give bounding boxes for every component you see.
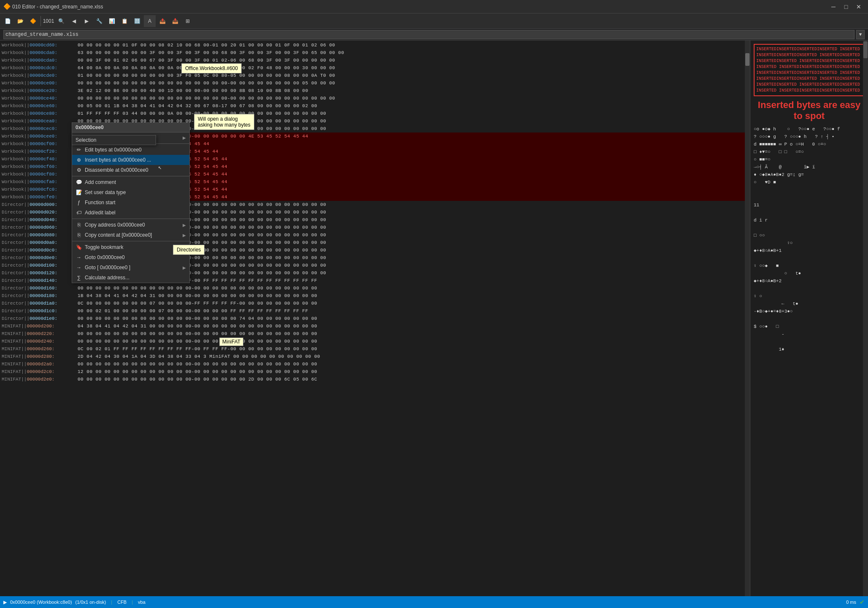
ascii-line: [754, 254, 865, 262]
btn-tool7[interactable]: 📥: [169, 15, 181, 27]
context-menu-item-add-comment[interactable]: 💬Add comment: [72, 177, 189, 187]
context-menu-item-set-user-data[interactable]: 📝Set user data type: [72, 187, 189, 197]
btn-tool1[interactable]: 🔧: [93, 15, 105, 27]
filename-input[interactable]: [3, 30, 855, 39]
ascii-line: ○o ●o◆ h ○ ?○○● e ?○○● f: [754, 125, 865, 133]
context-item-label: Edit bytes at 0x0000cee0: [85, 147, 186, 153]
sidebar-scroll-thumb[interactable]: [863, 41, 868, 58]
hex-address: Director||00000d000:: [2, 201, 78, 208]
context-menu-item-calculate[interactable]: ∑Calculate address...: [72, 273, 189, 283]
sidebar-scrollbar[interactable]: [863, 41, 868, 596]
hex-bytes: 04 38 04 41 04 42 04 31 00 00 00 00 00-0…: [78, 322, 748, 330]
table-row[interactable]: Workbook||00000ce60:00 05 00 01 1B 04 38…: [0, 102, 750, 110]
hex-scrollbar-thumb[interactable]: [745, 53, 749, 66]
table-row[interactable]: MINIFAT||00000d220:00 00 00 00 00 00 00 …: [0, 330, 750, 338]
hex-bytes: 01 00 00 00 00 00 00 00 00 00 00 3F F0 0…: [78, 72, 748, 79]
status-icon: ▶: [3, 600, 7, 605]
table-row[interactable]: Workbook||00000cdc0:64 00 0A 00 0A 00 0A…: [0, 64, 750, 72]
hex-bytes: 0C 00 02 01 FF FF FF FF FF FF FF FF FF-0…: [78, 345, 748, 353]
hex-address: MINIFAT||00000d260:: [2, 345, 78, 353]
file-icon-button[interactable]: 🔶: [27, 15, 39, 27]
hex-address: Director||00000d180:: [2, 292, 78, 300]
context-menu-item-copy-content[interactable]: ⎘Copy content at [0x0000cee0]▶: [72, 230, 189, 240]
hex-address: MINIFAT||00000d240:: [2, 338, 78, 345]
btn-tool2[interactable]: 📊: [106, 15, 118, 27]
btn-expand[interactable]: ⊞: [182, 15, 194, 27]
hex-address: Workbook||00000cfe0:: [2, 193, 78, 201]
minimize-button[interactable]: ─: [828, 1, 839, 13]
btn-tool3[interactable]: 📋: [119, 15, 130, 27]
table-row[interactable]: MINIFAT||00000d200:04 38 04 41 04 42 04 …: [0, 322, 750, 330]
open-file-button[interactable]: 📂: [14, 15, 26, 27]
table-row[interactable]: Workbook||00000ce40:00 00 00 00 00 00 00…: [0, 95, 750, 102]
title-bar: 🔶 010 Editor - changed_stream_name.xlss …: [0, 0, 868, 14]
maximize-button[interactable]: □: [840, 1, 852, 13]
selection-submenu-item[interactable]: Selection: [72, 135, 156, 145]
table-row[interactable]: Workbook||00000cda0:63 00 00 00 00 00 00…: [0, 49, 750, 57]
context-menu-item-goto-bracket[interactable]: →Goto [ 0x0000cee0 ]▶: [72, 262, 189, 273]
calc-icon: ∑: [75, 274, 82, 281]
table-row[interactable]: Workbook||00000cde0:01 00 00 00 00 00 00…: [0, 72, 750, 79]
table-row[interactable]: Director||00000d160:00 00 00 00 00 00 00…: [0, 284, 750, 292]
context-menu-item-goto-addr[interactable]: →Goto 0x0000cee0: [72, 252, 189, 262]
table-row[interactable]: MINIFAT||00000d240:00 00 00 00 00 00 00 …: [0, 338, 750, 345]
btn-tool4[interactable]: 🔠: [131, 15, 143, 27]
ascii-line: ○ ■■=○: [754, 156, 865, 163]
hex-address: Director||00000d140:: [2, 277, 78, 284]
filename-dropdown-button[interactable]: ▼: [856, 30, 865, 39]
context-menu-separator: [72, 241, 189, 241]
btn-1001[interactable]: 1001: [43, 15, 54, 27]
btn-tool5[interactable]: A: [144, 15, 156, 27]
btn-next[interactable]: ▶: [81, 15, 92, 27]
table-row[interactable]: MINIFAT||00000d2c0:12 00 00 00 00 00 00 …: [0, 368, 750, 376]
context-item-label: Copy content at [0x0000cee0]: [85, 232, 180, 238]
table-row[interactable]: MINIFAT||00000d2e0:00 00 00 00 00 00 00 …: [0, 376, 750, 383]
hex-bytes: 00 00 02 01 00 00 00 00 00 07 00 00 00-0…: [78, 307, 748, 315]
btn-prev[interactable]: ◀: [68, 15, 80, 27]
table-row[interactable]: Workbook||00000ce20:3E 02 12 00 B6 00 00…: [0, 87, 750, 95]
hex-address: Workbook||00000cfa0:: [2, 178, 78, 186]
table-row[interactable]: Director||00000d1c0:00 00 02 01 00 00 00…: [0, 307, 750, 315]
hex-bytes: 2D 04 42 04 30 04 1A 04 3D 04 38 04 33 0…: [78, 353, 748, 360]
context-menu-item-copy-address[interactable]: ⎘Copy address 0x0000cee0▶: [72, 220, 189, 230]
context-menu-item-toggle-bookmark[interactable]: 🔖Toggle bookmark▶: [72, 242, 189, 252]
context-menu: 0x0000cee0 ≡Selection▶✏Edit bytes at 0x0…: [72, 122, 190, 283]
type-icon: 📝: [75, 189, 82, 196]
ascii-line: ♀○: [754, 239, 865, 247]
hex-address: Director||00000d0e0:: [2, 254, 78, 262]
btn-tool6[interactable]: 📤: [156, 15, 168, 27]
hex-scrollbar[interactable]: [745, 41, 750, 596]
table-row[interactable]: Director||00000d1a0:0C 00 00 00 00 00 00…: [0, 300, 750, 307]
table-row[interactable]: Workbook||00000ce00:00 00 00 00 00 00 00…: [0, 79, 750, 87]
context-menu-separator: [72, 219, 189, 219]
table-row[interactable]: Director||00000d180:1B 04 38 04 41 04 42…: [0, 292, 750, 300]
context-menu-item-insert-bytes[interactable]: ⊕Insert bytes at 0x0000cee0 ...: [72, 155, 189, 165]
context-menu-item-add-edit-label[interactable]: 🏷Add/edit label: [72, 208, 189, 218]
btn-search[interactable]: 🔍: [55, 15, 67, 27]
hex-bytes: 00 05 00 01 1B 04 38 04 41 04 42 04 32 0…: [78, 102, 748, 110]
hex-address: Workbook||00000cf80:: [2, 170, 78, 178]
copy2-icon: ⎘: [75, 232, 82, 238]
hex-address: MINIFAT||00000d220:: [2, 330, 78, 338]
ascii-line: ? ○○○● g ? ○○○● h ? ↑ ┤ •: [754, 133, 865, 141]
table-row[interactable]: Director||00000d1e0:00 00 00 00 00 00 00…: [0, 315, 750, 322]
context-item-label: Toggle bookmark: [85, 244, 180, 250]
context-item-label: Goto [ 0x0000cee0 ]: [85, 265, 180, 270]
ascii-line: ♀ ○: [754, 292, 865, 300]
context-menu-item-function-start[interactable]: ƒFunction start: [72, 197, 189, 208]
hex-bytes: 1B 04 38 04 41 04 42 04 31 00 00 00 00-0…: [78, 292, 748, 300]
table-row[interactable]: Workbook||00000cda0:00 00 3F 00 01 02 06…: [0, 57, 750, 64]
close-button[interactable]: ✕: [853, 1, 865, 13]
cursor-arrow: ↖: [158, 164, 162, 171]
table-row[interactable]: MINIFAT||00000d2a0:00 00 00 00 00 00 00 …: [0, 360, 750, 368]
func-icon: ƒ: [75, 199, 82, 206]
table-row[interactable]: Workbook||00000cd60:00 00 00 00 00 01 0F…: [0, 41, 750, 49]
new-file-button[interactable]: 📄: [2, 15, 13, 27]
ascii-line: $ ○○● □: [754, 323, 865, 330]
table-row[interactable]: MINIFAT||00000d260:0C 00 02 01 FF FF FF …: [0, 345, 750, 353]
context-menu-item-disassemble[interactable]: ⚙Disassemble at 0x0000cee0: [72, 165, 189, 175]
context-menu-item-edit-bytes[interactable]: ✏Edit bytes at 0x0000cee0: [72, 145, 189, 155]
table-row[interactable]: Workbook||00000ce80:01 FF FF FF FF 03 44…: [0, 110, 750, 117]
ascii-line: d ■■■■■■ ∞ P o ○=H 0 ○=○: [754, 141, 865, 148]
table-row[interactable]: MINIFAT||00000d280:2D 04 42 04 30 04 1A …: [0, 353, 750, 360]
